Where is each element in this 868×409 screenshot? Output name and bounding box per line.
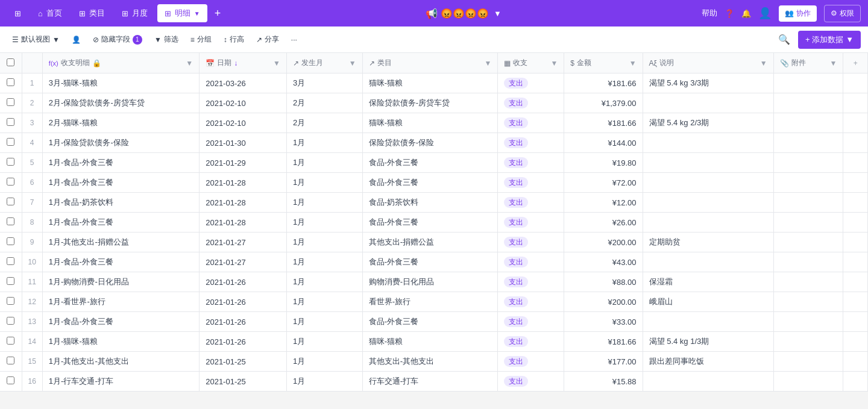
select-all-checkbox[interactable] bbox=[7, 58, 14, 66]
sort-desc-icon: ↓ bbox=[234, 59, 237, 67]
row-checkbox[interactable] bbox=[7, 257, 14, 265]
row-checkbox-cell[interactable] bbox=[0, 133, 22, 153]
row-checkbox-cell[interactable] bbox=[0, 372, 22, 392]
row-name: 1月-看世界-旅行 bbox=[42, 292, 199, 312]
row-checkbox-cell[interactable] bbox=[0, 332, 22, 352]
help-icon[interactable]: ❓ bbox=[725, 9, 734, 18]
row-checkbox[interactable] bbox=[7, 317, 14, 325]
row-checkbox[interactable] bbox=[7, 158, 14, 166]
row-category: 保险贷款债务-房贷车贷 bbox=[362, 93, 498, 113]
row-extra bbox=[843, 233, 868, 252]
row-checkbox-cell[interactable] bbox=[0, 73, 22, 93]
share-button[interactable]: ↗ 分享 bbox=[251, 31, 284, 48]
detail-grid-icon: ⊞ bbox=[165, 9, 171, 18]
row-amount: ¥181.66 bbox=[564, 73, 643, 93]
row-amount: ¥200.00 bbox=[564, 292, 643, 312]
col-amount-filter-icon[interactable]: ▼ bbox=[629, 59, 637, 67]
row-checkbox[interactable] bbox=[7, 277, 14, 285]
col-desc-filter-icon[interactable]: ▼ bbox=[760, 59, 767, 67]
nav-category-button[interactable]: ⊞ 类目 bbox=[72, 4, 112, 22]
row-checkbox[interactable] bbox=[7, 237, 14, 245]
toolbar-right: 🔍 + 添加数据 ▼ bbox=[775, 31, 861, 49]
col-name-filter-icon[interactable]: ▼ bbox=[186, 59, 193, 67]
row-name: 1月-食品-奶茶饮料 bbox=[42, 193, 199, 213]
row-category: 行车交通-打车 bbox=[362, 372, 498, 392]
col-attach-filter-icon[interactable]: ▼ bbox=[830, 59, 837, 67]
row-number: 15 bbox=[22, 352, 42, 372]
row-checkbox[interactable] bbox=[7, 198, 14, 205]
add-view-button[interactable]: + bbox=[210, 6, 226, 21]
row-checkbox[interactable] bbox=[7, 178, 14, 186]
row-checkbox[interactable] bbox=[7, 98, 14, 106]
row-extra bbox=[843, 73, 868, 93]
collab-button[interactable]: 👥 协作 bbox=[779, 5, 817, 22]
row-attach bbox=[773, 352, 843, 372]
default-view-button[interactable]: ☰ 默认视图 ▼ bbox=[7, 31, 64, 48]
col-date-filter-icon[interactable]: ▼ bbox=[273, 59, 280, 67]
checkbox-header[interactable] bbox=[0, 53, 22, 73]
row-io: 支出 bbox=[498, 252, 564, 272]
row-checkbox-cell[interactable] bbox=[0, 153, 22, 173]
group-button[interactable]: ≡ 分组 bbox=[186, 31, 216, 48]
filter-icon: ▼ bbox=[154, 36, 162, 44]
row-checkbox[interactable] bbox=[7, 337, 14, 345]
row-date: 2021-01-25 bbox=[200, 372, 287, 392]
row-amount: ¥12.00 bbox=[564, 193, 643, 213]
table-row: 13 1月-食品-外食三餐 2021-01-26 1月 食品-外食三餐 支出 ¥… bbox=[0, 312, 868, 332]
table-row: 6 1月-食品-外食三餐 2021-01-28 1月 食品-外食三餐 支出 ¥7… bbox=[0, 173, 868, 193]
row-attach bbox=[773, 213, 843, 233]
add-data-button[interactable]: + 添加数据 ▼ bbox=[798, 31, 861, 49]
row-checkbox-cell[interactable] bbox=[0, 213, 22, 233]
hide-fields-button[interactable]: ⊘ 隐藏字段 1 bbox=[88, 31, 147, 48]
row-extra bbox=[843, 252, 868, 272]
row-checkbox-cell[interactable] bbox=[0, 93, 22, 113]
row-checkbox[interactable] bbox=[7, 217, 14, 225]
row-checkbox[interactable] bbox=[7, 376, 14, 384]
attach-icon: 📎 bbox=[780, 59, 789, 67]
more-button[interactable]: ··· bbox=[286, 33, 302, 47]
row-month: 1月 bbox=[286, 272, 362, 292]
nav-home-button[interactable]: ⌂ 首页 bbox=[31, 4, 69, 22]
app-grid-button[interactable]: ⊞ bbox=[7, 5, 28, 22]
row-checkbox[interactable] bbox=[7, 138, 14, 146]
row-checkbox-cell[interactable] bbox=[0, 272, 22, 292]
row-checkbox-cell[interactable] bbox=[0, 113, 22, 133]
row-checkbox-cell[interactable] bbox=[0, 193, 22, 213]
col-header-desc: Aξ 说明 ▼ bbox=[643, 53, 773, 73]
filter-button[interactable]: ▼ 筛选 bbox=[149, 31, 183, 48]
row-desc bbox=[643, 312, 773, 332]
notification-icon[interactable]: 🔔 bbox=[741, 9, 751, 18]
user-filter-button[interactable]: 👤 bbox=[67, 33, 86, 47]
row-checkbox[interactable] bbox=[7, 78, 14, 86]
table-row: 4 1月-保险贷款债务-保险 2021-01-30 1月 保险贷款债务-保险 支… bbox=[0, 133, 868, 153]
sort-button[interactable]: ↕ 行高 bbox=[219, 31, 249, 48]
add-column-button[interactable]: + bbox=[843, 53, 868, 73]
row-checkbox[interactable] bbox=[7, 297, 14, 305]
row-checkbox[interactable] bbox=[7, 118, 14, 126]
row-checkbox-cell[interactable] bbox=[0, 173, 22, 193]
row-month: 1月 bbox=[286, 372, 362, 392]
nav-detail-button[interactable]: ⊞ 明细 ▼ bbox=[157, 4, 207, 22]
row-checkbox[interactable] bbox=[7, 357, 14, 364]
avatar[interactable]: 👤 bbox=[758, 7, 772, 20]
io-badge: 支出 bbox=[504, 98, 528, 108]
col-cat-filter-icon[interactable]: ▼ bbox=[485, 59, 492, 67]
search-button[interactable]: 🔍 bbox=[775, 31, 793, 48]
row-date: 2021-01-29 bbox=[200, 153, 287, 173]
row-checkbox-cell[interactable] bbox=[0, 312, 22, 332]
table-row: 15 1月-其他支出-其他支出 2021-01-25 1月 其他支出-其他支出 … bbox=[0, 352, 868, 372]
row-date: 2021-01-25 bbox=[200, 352, 287, 372]
io-badge: 支出 bbox=[504, 296, 528, 307]
col-month-filter-icon[interactable]: ▼ bbox=[349, 59, 356, 67]
cat-link-icon: ↗ bbox=[369, 59, 375, 67]
center-dropdown-button[interactable]: ▼ bbox=[494, 9, 502, 18]
row-checkbox-cell[interactable] bbox=[0, 252, 22, 272]
row-desc bbox=[643, 153, 773, 173]
perm-button[interactable]: ⚙ 权限 bbox=[824, 5, 861, 22]
row-checkbox-cell[interactable] bbox=[0, 352, 22, 372]
row-checkbox-cell[interactable] bbox=[0, 292, 22, 312]
col-io-filter-icon[interactable]: ▼ bbox=[550, 59, 558, 67]
row-checkbox-cell[interactable] bbox=[0, 233, 22, 252]
row-extra bbox=[843, 173, 868, 193]
nav-monthly-button[interactable]: ⊞ 月度 bbox=[115, 4, 155, 22]
